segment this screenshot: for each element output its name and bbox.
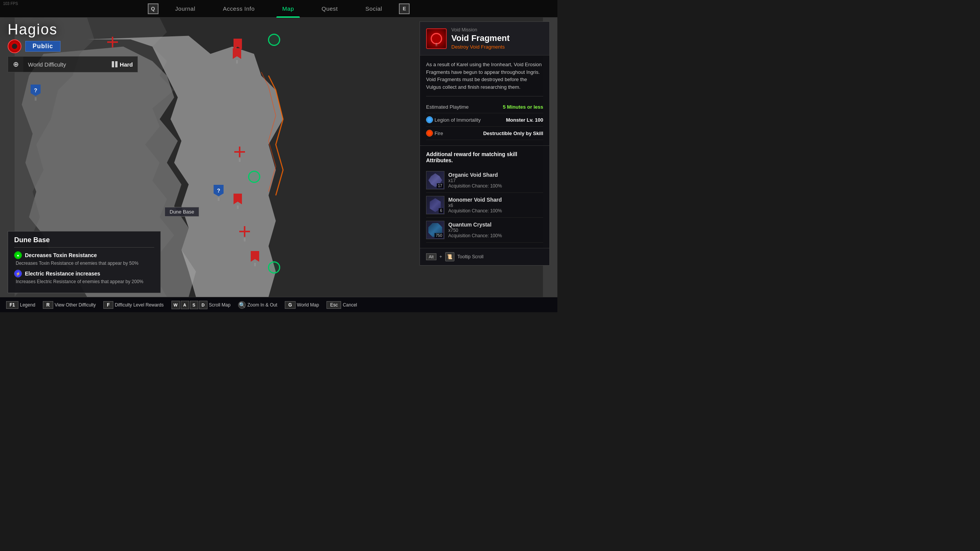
dune-base-panel: Dune Base ● Decreases Toxin Resistance D… bbox=[8, 231, 161, 293]
zoom-label: Zoom In & Out bbox=[247, 302, 277, 308]
map-marker-bookmark-2[interactable]: || bbox=[233, 48, 241, 59]
green-circle-icon-3 bbox=[268, 261, 280, 274]
mission-subtitle: Destroy Void Fragments bbox=[451, 44, 543, 50]
reward-count-2: 6 bbox=[439, 208, 443, 213]
d-key: D bbox=[199, 301, 207, 309]
reward-icon-2: 6 bbox=[426, 196, 444, 214]
map-marker-cross-3[interactable]: || bbox=[239, 226, 250, 237]
fire-icon bbox=[426, 130, 433, 137]
effect-row-1: ● Decreases Toxin Resistance Decreases T… bbox=[14, 251, 154, 266]
legion-row: Legion of Immortality Monster Lv. 100 bbox=[426, 113, 543, 127]
mission-name: Void Fragment bbox=[451, 33, 543, 43]
zoom-action: 🔍 Zoom In & Out bbox=[238, 301, 277, 309]
tab-social[interactable]: Social bbox=[352, 0, 396, 18]
difficulty-row: ⊕ World Difficulty Hard bbox=[8, 56, 138, 72]
map-area[interactable]: Hagios Public ⊕ World Difficulty Hard ✕ … bbox=[0, 18, 557, 297]
f1-key: F1 bbox=[6, 301, 18, 309]
fps-counter: 103 FPS bbox=[3, 2, 18, 6]
tab-quest[interactable]: Quest bbox=[308, 0, 352, 18]
s-key: S bbox=[190, 301, 198, 309]
a-key: A bbox=[181, 301, 189, 309]
reward-qty-2: x6 bbox=[448, 203, 543, 208]
tooltip-scroll-label: Tooltip Scroll bbox=[457, 254, 483, 259]
tab-journal[interactable]: Journal bbox=[162, 0, 209, 18]
esc-key: Esc bbox=[327, 301, 341, 309]
element-label: Fire bbox=[434, 130, 443, 136]
mission-icon bbox=[426, 28, 447, 49]
mission-type: Void Mission bbox=[451, 27, 543, 33]
legion-icon bbox=[426, 116, 433, 123]
electric-icon: ⚡ bbox=[14, 270, 22, 277]
map-marker-question-2[interactable]: ? || bbox=[214, 185, 224, 196]
legion-label: Legion of Immortality bbox=[434, 117, 481, 123]
difficulty-value: Hard bbox=[120, 61, 133, 68]
g-key: G bbox=[285, 301, 295, 309]
legend-action: F1 Legend bbox=[6, 301, 35, 309]
cross-icon-2 bbox=[234, 147, 245, 157]
difficulty-label: World Difficulty bbox=[23, 61, 107, 68]
element-value: Destructible Only by Skill bbox=[483, 130, 543, 136]
reward-qty-1: x17 bbox=[448, 178, 543, 183]
scroll-icon: 📜 bbox=[445, 252, 454, 261]
cross-icon-3 bbox=[239, 226, 250, 237]
electric-desc: Increases Electric Resistance of enemies… bbox=[14, 279, 154, 284]
effect-row-2: ⚡ Electric Resistance increases Increase… bbox=[14, 270, 154, 284]
world-map-action[interactable]: G World Map bbox=[285, 301, 319, 309]
map-marker-green-bottom[interactable] bbox=[268, 261, 280, 274]
reward-row-3: 750 Quantum Crystal x750 Acquisition Cha… bbox=[426, 218, 543, 243]
reward-row-2: 6 Monomer Void Shard x6 Acquisition Chan… bbox=[426, 193, 543, 218]
map-marker-green-top[interactable] bbox=[268, 34, 280, 46]
toxin-desc: Decreases Toxin Resistance of enemies th… bbox=[14, 261, 154, 266]
portal-icon bbox=[8, 39, 21, 53]
map-marker-bookmark-4[interactable]: || bbox=[251, 251, 259, 262]
reward-icon-3: 750 bbox=[426, 221, 444, 239]
reward-chance-3: Acquisition Chance: 100% bbox=[448, 233, 543, 238]
map-marker-question-1[interactable]: ? || bbox=[31, 85, 41, 96]
view-difficulty-label: View Other Difficulty bbox=[55, 302, 96, 308]
toxin-icon: ● bbox=[14, 251, 22, 259]
alt-key: Alt bbox=[426, 253, 436, 260]
cancel-action[interactable]: Esc Cancel bbox=[327, 301, 357, 309]
reward-row-1: 17 Organic Void Shard x17 Acquisition Ch… bbox=[426, 168, 543, 193]
playtime-label: Estimated Playtime bbox=[426, 104, 469, 110]
difficulty-rewards-action: F Difficulty Level Rewards bbox=[103, 301, 163, 309]
location-name: Hagios bbox=[8, 21, 138, 38]
reward-name-1: Organic Void Shard bbox=[448, 172, 543, 178]
nav-key-q: Q bbox=[148, 3, 158, 14]
tab-map[interactable]: Map bbox=[268, 0, 308, 18]
rewards-title: Additional reward for matching skill Att… bbox=[426, 151, 543, 163]
cancel-label: Cancel bbox=[343, 302, 357, 308]
green-circle-icon bbox=[268, 34, 280, 46]
view-difficulty-action: R View Other Difficulty bbox=[43, 301, 96, 309]
f-key: F bbox=[103, 301, 113, 309]
tooltip-scroll-bar: Alt + 📜 Tooltip Scroll bbox=[420, 248, 549, 265]
map-marker-green-mid[interactable] bbox=[248, 171, 260, 183]
wasd-group: W A S D bbox=[172, 301, 207, 309]
element-row: Fire Destructible Only by Skill bbox=[426, 127, 543, 140]
reward-name-2: Monomer Void Shard bbox=[448, 197, 543, 203]
map-marker-cross-2[interactable]: || bbox=[234, 147, 245, 157]
reward-count-1: 17 bbox=[437, 183, 443, 188]
question-icon-1: ? bbox=[31, 85, 41, 96]
dune-base-title: Dune Base bbox=[14, 236, 154, 248]
world-map-label: World Map bbox=[297, 302, 319, 308]
tab-access-info[interactable]: Access Info bbox=[209, 0, 268, 18]
map-marker-1[interactable]: || bbox=[234, 39, 242, 49]
reward-chance-1: Acquisition Chance: 100% bbox=[448, 183, 543, 189]
playtime-value: 5 Minutes or less bbox=[503, 104, 543, 110]
bookmark-icon-2 bbox=[233, 48, 241, 59]
difficulty-rewards-label: Difficulty Level Rewards bbox=[115, 302, 164, 308]
mission-icon-inner bbox=[431, 33, 442, 44]
w-key: W bbox=[172, 301, 180, 309]
map-marker-bookmark-3[interactable]: || bbox=[234, 194, 242, 204]
toxin-title: Decreases Toxin Resistance bbox=[25, 252, 97, 258]
question-icon-2: ? bbox=[214, 185, 224, 196]
nav-tabs: Journal Access Info Map Quest Social bbox=[162, 0, 396, 18]
bookmark-icon bbox=[234, 39, 242, 49]
rewards-section: Additional reward for matching skill Att… bbox=[420, 145, 549, 248]
nav-key-e: E bbox=[399, 3, 410, 14]
zoom-icon: 🔍 bbox=[238, 301, 246, 309]
legend-label: Legend bbox=[20, 302, 35, 308]
reward-qty-3: x750 bbox=[448, 228, 543, 233]
reward-icon-1: 17 bbox=[426, 171, 444, 189]
